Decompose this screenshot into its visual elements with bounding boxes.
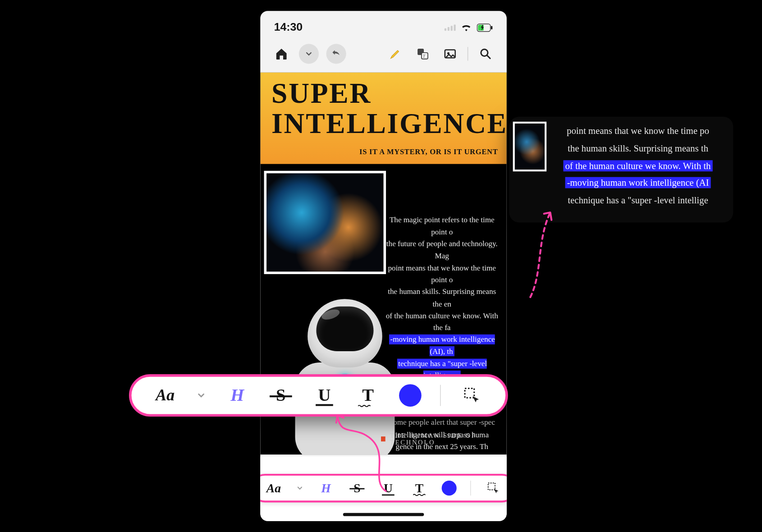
search-button[interactable] bbox=[476, 44, 496, 64]
svg-rect-1 bbox=[491, 26, 492, 29]
cellular-icon bbox=[445, 24, 456, 31]
phone-frame: 14:30 T SUPERINTELLIGEN bbox=[260, 11, 506, 521]
strikethrough-button[interactable]: S bbox=[268, 383, 293, 408]
image-button[interactable] bbox=[440, 44, 460, 64]
mini-nebula-image bbox=[513, 122, 547, 171]
banner: SUPERINTELLIGENCE IS IT A MYSTERY, OR IS… bbox=[260, 73, 506, 164]
font-style-button[interactable]: Aa bbox=[265, 479, 283, 497]
highlighter-button[interactable] bbox=[386, 44, 405, 64]
home-indicator[interactable] bbox=[343, 513, 424, 516]
squiggly-underline-button[interactable]: T bbox=[411, 479, 428, 497]
format-toolbar-large: Aa H S U T bbox=[129, 374, 508, 417]
chevron-down-icon[interactable] bbox=[196, 390, 206, 400]
toolbar-divider bbox=[468, 47, 468, 60]
nebula-image bbox=[264, 171, 386, 274]
status-time: 14:30 bbox=[274, 21, 303, 34]
area-select-button[interactable] bbox=[485, 479, 502, 497]
squiggly-underline-button[interactable]: T bbox=[355, 383, 380, 408]
underline-button[interactable]: U bbox=[312, 383, 337, 408]
highlighted-text: of the human culture we know. With th bbox=[563, 160, 712, 171]
font-style-button[interactable]: Aa bbox=[153, 383, 178, 408]
chevron-down-button[interactable] bbox=[299, 44, 319, 64]
color-picker-button[interactable] bbox=[442, 481, 457, 495]
footer-square-icon bbox=[381, 436, 385, 441]
format-toolbar-small: Aa H S U T bbox=[260, 474, 506, 502]
text-preview-popover: point means that we know the time po the… bbox=[509, 117, 733, 223]
toolbar-divider bbox=[440, 385, 441, 406]
highlight-tool-button[interactable]: H bbox=[317, 479, 335, 497]
wifi-icon bbox=[461, 23, 472, 32]
chevron-down-icon[interactable] bbox=[296, 484, 304, 492]
strikethrough-button[interactable]: S bbox=[349, 479, 366, 497]
toolbar-divider bbox=[470, 481, 471, 495]
doc-title: SUPERINTELLIGENCE bbox=[271, 79, 496, 139]
highlight-tool-button[interactable]: H bbox=[225, 383, 250, 408]
astronaut-image bbox=[276, 293, 413, 454]
undo-button[interactable] bbox=[326, 44, 346, 64]
footer-tag: THE HUMAN SIDE OF TECHNOLO bbox=[381, 432, 499, 445]
phone-bottom-bar: Aa H S U T bbox=[260, 456, 506, 521]
battery-charging-icon bbox=[477, 23, 493, 32]
status-bar: 14:30 bbox=[260, 11, 506, 37]
doc-subline: IS IT A MYSTERY, OR IS IT URGENT bbox=[359, 147, 498, 156]
color-picker-button[interactable] bbox=[399, 384, 422, 407]
text-style-button[interactable]: T bbox=[413, 44, 432, 64]
home-button[interactable] bbox=[271, 44, 291, 64]
highlighted-text: -moving human work intelligence (AI bbox=[565, 177, 711, 188]
app-toolbar: T bbox=[260, 38, 506, 73]
area-select-button[interactable] bbox=[459, 383, 484, 408]
underline-button[interactable]: U bbox=[380, 479, 397, 497]
